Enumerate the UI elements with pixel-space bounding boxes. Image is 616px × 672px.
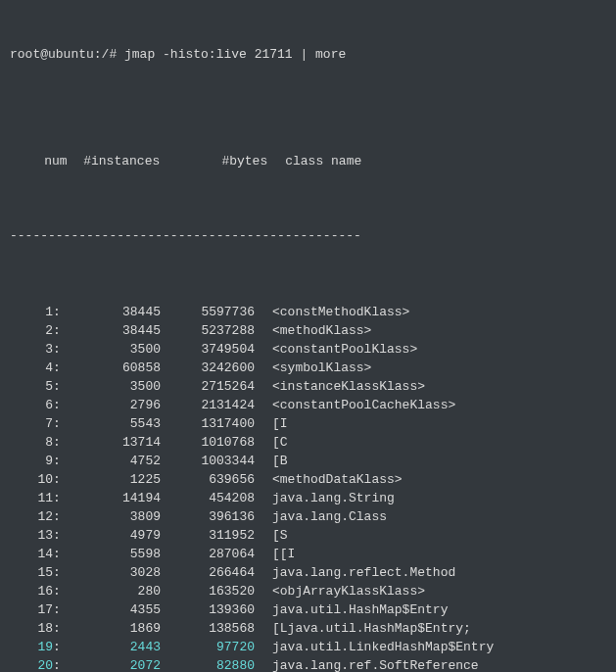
cell-num: 8: [10, 433, 53, 452]
cell-instances: 5543: [61, 414, 161, 433]
table-row: 12:3809396136 java.lang.Class: [10, 507, 606, 526]
cell-class: <constantPoolKlass>: [272, 340, 417, 359]
table-row: 6:27962131424 <constantPoolCacheKlass>: [10, 396, 606, 414]
cell-instances: 13714: [61, 433, 161, 452]
cell-instances: 4355: [61, 600, 161, 619]
cell-instances: 280: [61, 582, 161, 600]
cell-colon: :: [53, 563, 61, 582]
table-row: 5:35002715264 <instanceKlassKlass>: [10, 377, 606, 396]
cell-bytes: 2715264: [161, 377, 255, 396]
cell-instances: 38445: [61, 303, 161, 321]
header-instances: #instances: [83, 152, 191, 170]
cell-bytes: 454208: [161, 489, 255, 507]
table-row: 1:384455597736 <constMethodKlass>: [10, 303, 606, 321]
cell-class: [[I: [272, 545, 295, 563]
cell-class: <symbolKlass>: [272, 359, 371, 377]
cell-num: 11: [10, 489, 53, 507]
cell-class: java.lang.Class: [272, 507, 387, 526]
cell-num: 15: [10, 563, 53, 582]
cell-instances: 38445: [61, 321, 161, 340]
cell-colon: :: [53, 638, 61, 656]
cell-colon: :: [53, 545, 61, 563]
cell-class: [I: [272, 414, 288, 433]
cell-bytes: 1003344: [161, 452, 255, 470]
cell-num: 10: [10, 470, 53, 489]
cell-instances: 3500: [61, 340, 161, 359]
cell-class: java.util.LinkedHashMap$Entry: [272, 638, 494, 656]
cell-class: <methodKlass>: [272, 321, 371, 340]
terminal-output: root@ubuntu:/# jmap -histo:live 21711 | …: [0, 0, 616, 672]
header-separator: ----------------------------------------…: [10, 226, 606, 245]
cell-bytes: 639656: [161, 470, 255, 489]
header-num: num: [40, 152, 83, 170]
cell-class: <constantPoolCacheKlass>: [272, 396, 455, 414]
table-row: 16:280163520 <objArrayKlassKlass>: [10, 582, 606, 600]
cell-bytes: 97720: [161, 638, 255, 656]
cell-class: [C: [272, 433, 288, 452]
cell-instances: 3500: [61, 377, 161, 396]
table-row: 19:244397720 java.util.LinkedHashMap$Ent…: [10, 638, 606, 656]
table-row: 14:5598287064 [[I: [10, 545, 606, 563]
cell-bytes: 82880: [161, 656, 255, 672]
header-bytes: #bytes: [191, 152, 267, 170]
table-body: 1:384455597736 <constMethodKlass>2:38445…: [10, 303, 606, 672]
cell-colon: :: [53, 489, 61, 507]
cell-colon: :: [53, 452, 61, 470]
cell-instances: 2072: [61, 656, 161, 672]
cell-colon: :: [53, 377, 61, 396]
cell-bytes: 139360: [161, 600, 255, 619]
cell-colon: :: [53, 340, 61, 359]
cell-colon: :: [53, 656, 61, 672]
table-row: 4:608583242600 <symbolKlass>: [10, 359, 606, 377]
table-row: 10:1225639656 <methodDataKlass>: [10, 470, 606, 489]
cell-colon: :: [53, 303, 61, 321]
cell-colon: :: [53, 470, 61, 489]
table-row: 7:55431317400 [I: [10, 414, 606, 433]
cell-instances: 3028: [61, 563, 161, 582]
cell-class: [Ljava.util.HashMap$Entry;: [272, 619, 471, 638]
cell-colon: :: [53, 526, 61, 545]
cell-num: 9: [10, 452, 53, 470]
cell-class: <objArrayKlassKlass>: [272, 582, 425, 600]
cell-colon: :: [53, 582, 61, 600]
cell-bytes: 5597736: [161, 303, 255, 321]
cell-num: 13: [10, 526, 53, 545]
cell-num: 5: [10, 377, 53, 396]
cell-num: 20: [10, 656, 53, 672]
table-row: 9:47521003344 [B: [10, 452, 606, 470]
cell-class: [S: [272, 526, 288, 545]
cell-bytes: 163520: [161, 582, 255, 600]
cell-num: 14: [10, 545, 53, 563]
table-row: 17:4355139360 java.util.HashMap$Entry: [10, 600, 606, 619]
cell-instances: 60858: [61, 359, 161, 377]
cell-class: <constMethodKlass>: [272, 303, 409, 321]
cell-num: 6: [10, 396, 53, 414]
cell-class: <instanceKlassKlass>: [272, 377, 425, 396]
cell-num: 1: [10, 303, 53, 321]
cell-bytes: 396136: [161, 507, 255, 526]
cell-instances: 4979: [61, 526, 161, 545]
table-row: 15:3028266464 java.lang.reflect.Method: [10, 563, 606, 582]
cell-class: java.util.HashMap$Entry: [272, 600, 448, 619]
cell-colon: :: [53, 433, 61, 452]
cell-num: 7: [10, 414, 53, 433]
table-row: 11:14194454208 java.lang.String: [10, 489, 606, 507]
cell-class: java.lang.reflect.Method: [272, 563, 455, 582]
cell-bytes: 2131424: [161, 396, 255, 414]
cell-instances: 1869: [61, 619, 161, 638]
cell-class: <methodDataKlass>: [272, 470, 403, 489]
cell-num: 18: [10, 619, 53, 638]
cell-colon: :: [53, 359, 61, 377]
cell-colon: :: [53, 619, 61, 638]
cell-bytes: 3242600: [161, 359, 255, 377]
cell-instances: 1225: [61, 470, 161, 489]
cell-instances: 5598: [61, 545, 161, 563]
table-row: 8:137141010768 [C: [10, 433, 606, 452]
cell-num: 16: [10, 582, 53, 600]
cell-instances: 4752: [61, 452, 161, 470]
cell-bytes: 5237288: [161, 321, 255, 340]
header-class: class name: [285, 152, 361, 170]
cell-bytes: 266464: [161, 563, 255, 582]
cell-num: 17: [10, 600, 53, 619]
cell-bytes: 138568: [161, 619, 255, 638]
